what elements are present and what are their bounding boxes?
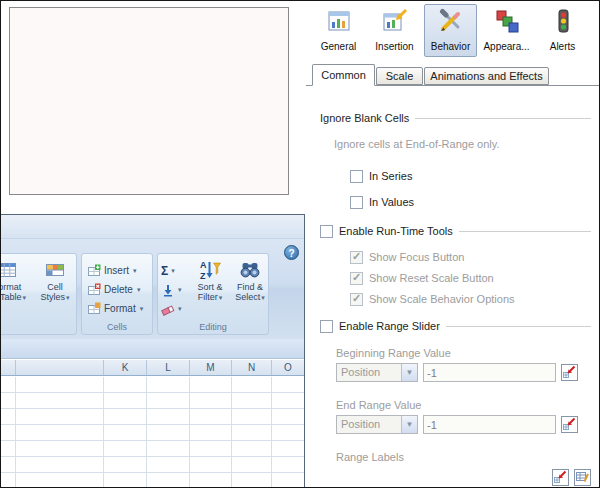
sheet-grid[interactable] <box>1 377 304 488</box>
sheet-cell[interactable] <box>16 393 104 409</box>
end-range-mode-select[interactable]: Position ▼ <box>336 415 418 434</box>
range-labels-picker-button[interactable] <box>552 469 569 486</box>
sheet-cell[interactable] <box>16 425 104 441</box>
format-as-table-button[interactable]: Formatas Table▾ <box>1 257 30 321</box>
sheet-cell[interactable] <box>232 409 272 425</box>
checkbox-row-show-scale-behavior-options[interactable]: Show Scale Behavior Options <box>350 292 515 306</box>
toolbar-general-button[interactable]: General <box>312 4 365 57</box>
chevron-down-icon[interactable]: ▼ <box>401 364 417 381</box>
column-header[interactable]: L <box>147 360 190 375</box>
fill-button[interactable]: ▾ <box>161 281 187 298</box>
tab-animations-and-effects[interactable]: Animations and Effects <box>424 67 549 85</box>
sheet-cell[interactable] <box>190 409 232 425</box>
format-cells-button[interactable]: Format ▾ <box>87 300 151 317</box>
insert-cells-button[interactable]: Insert ▾ <box>87 262 151 279</box>
show-reset-scale-button-checkbox[interactable] <box>350 272 363 285</box>
enable-run-time-tools-checkbox[interactable] <box>320 225 333 238</box>
sheet-cell[interactable] <box>16 377 104 393</box>
sheet-cell[interactable] <box>232 473 272 488</box>
ribbon-group-cells: Insert ▾ Delete ▾ Format ▾ <box>81 253 153 335</box>
sheet-cell[interactable] <box>1 457 16 473</box>
sheet-cell[interactable] <box>16 473 104 488</box>
sheet-cell[interactable] <box>147 441 190 457</box>
sheet-cell[interactable] <box>1 441 16 457</box>
sheet-cell[interactable] <box>16 441 104 457</box>
enable-range-slider-checkbox[interactable] <box>320 320 333 333</box>
toolbar-insertion-button[interactable]: Insertion <box>368 4 421 57</box>
sheet-cell[interactable] <box>147 425 190 441</box>
sheet-cell[interactable] <box>232 377 272 393</box>
sheet-cell[interactable] <box>147 457 190 473</box>
sheet-cell[interactable] <box>104 393 147 409</box>
tab-scale[interactable]: Scale <box>376 67 423 85</box>
sheet-cell[interactable] <box>272 425 304 441</box>
column-header[interactable]: M <box>190 360 232 375</box>
sheet-cell[interactable] <box>232 457 272 473</box>
sheet-cell[interactable] <box>1 377 16 393</box>
sheet-cell[interactable] <box>16 409 104 425</box>
sheet-cell[interactable] <box>104 457 147 473</box>
tab-common[interactable]: Common <box>312 64 375 86</box>
sheet-cell[interactable] <box>272 377 304 393</box>
clear-button[interactable]: ▾ <box>161 300 187 317</box>
sheet-cell[interactable] <box>104 441 147 457</box>
column-header[interactable]: K <box>104 360 147 375</box>
sheet-cell[interactable] <box>147 393 190 409</box>
sheet-cell[interactable] <box>232 393 272 409</box>
column-header[interactable] <box>1 360 16 375</box>
toolbar-appearance-button[interactable]: Appeara... <box>480 4 533 57</box>
sheet-cell[interactable] <box>147 473 190 488</box>
end-range-value-input[interactable] <box>423 415 556 434</box>
beginning-range-picker-button[interactable] <box>561 364 578 381</box>
sheet-cell[interactable] <box>232 425 272 441</box>
find-select-button[interactable]: Find &Select▾ <box>232 257 268 321</box>
autosum-button[interactable]: Σ ▾ <box>161 262 187 279</box>
sheet-cell[interactable] <box>232 441 272 457</box>
checkbox-row-in-values[interactable]: In Values <box>350 195 414 209</box>
sheet-cell[interactable] <box>190 377 232 393</box>
cell-styles-button[interactable]: CellStyles▾ <box>34 257 76 321</box>
sheet-cell[interactable] <box>190 457 232 473</box>
checkbox-row-show-focus-button[interactable]: Show Focus Button <box>350 250 464 264</box>
sheet-cell[interactable] <box>147 409 190 425</box>
sheet-cell[interactable] <box>272 393 304 409</box>
toolbar-behavior-button[interactable]: Behavior <box>424 4 477 57</box>
sheet-cell[interactable] <box>16 457 104 473</box>
sheet-cell[interactable] <box>190 425 232 441</box>
sheet-cell[interactable] <box>1 393 16 409</box>
help-button[interactable]: ? <box>284 245 299 260</box>
toolbar-alerts-button[interactable]: Alerts <box>536 4 589 57</box>
range-labels-edit-button[interactable] <box>574 469 591 486</box>
beginning-range-mode-select[interactable]: Position ▼ <box>336 363 418 382</box>
sheet-cell[interactable] <box>190 441 232 457</box>
sheet-cell[interactable] <box>1 409 16 425</box>
checkbox-row-in-series[interactable]: In Series <box>350 169 412 183</box>
dropdown-arrow-icon: ▾ <box>66 294 70 301</box>
sheet-cell[interactable] <box>190 393 232 409</box>
in-values-checkbox[interactable] <box>350 196 363 209</box>
sheet-cell[interactable] <box>272 473 304 488</box>
end-range-picker-button[interactable] <box>561 416 578 433</box>
sheet-cell[interactable] <box>272 457 304 473</box>
sheet-cell[interactable] <box>104 425 147 441</box>
sheet-cell[interactable] <box>104 377 147 393</box>
sheet-cell[interactable] <box>190 473 232 488</box>
sheet-cell[interactable] <box>272 409 304 425</box>
sheet-cell[interactable] <box>147 377 190 393</box>
delete-cells-button[interactable]: Delete ▾ <box>87 281 151 298</box>
sort-filter-button[interactable]: AZ Sort &Filter▾ <box>190 257 230 321</box>
sheet-cell[interactable] <box>1 473 16 488</box>
checkbox-row-show-reset-scale-button[interactable]: Show Reset Scale Button <box>350 271 494 285</box>
beginning-range-value-input[interactable] <box>423 363 556 382</box>
sheet-cell[interactable] <box>104 473 147 488</box>
sheet-cell[interactable] <box>272 441 304 457</box>
sheet-cell[interactable] <box>104 409 147 425</box>
column-header[interactable]: O <box>272 360 305 375</box>
chevron-down-icon[interactable]: ▼ <box>401 416 417 433</box>
column-header[interactable] <box>16 360 104 375</box>
show-scale-behavior-options-checkbox[interactable] <box>350 293 363 306</box>
column-header[interactable]: N <box>232 360 272 375</box>
sheet-cell[interactable] <box>1 425 16 441</box>
show-focus-button-checkbox[interactable] <box>350 251 363 264</box>
in-series-checkbox[interactable] <box>350 170 363 183</box>
